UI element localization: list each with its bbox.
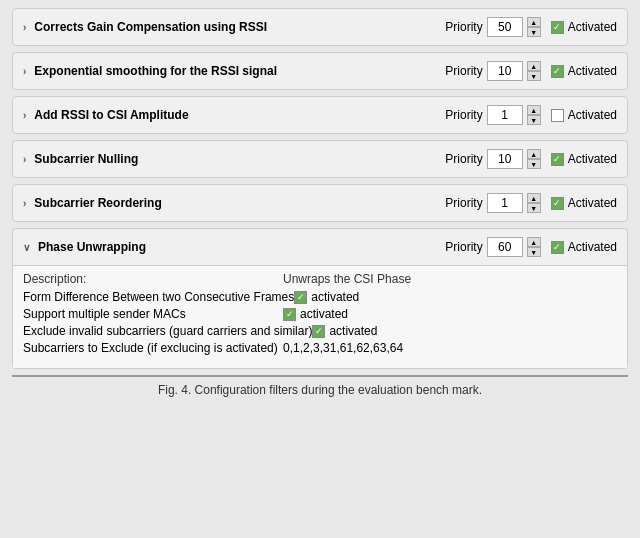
arrow-icon-3: › bbox=[23, 110, 26, 121]
desc-row: Description: Unwraps the CSI Phase bbox=[23, 272, 617, 286]
priority-input-2[interactable] bbox=[487, 61, 523, 81]
card-title-text-3: Add RSSI to CSI Amplitude bbox=[34, 108, 188, 122]
spinner-6: ▲ ▼ bbox=[527, 237, 541, 257]
activated-group-4: ✓ Activated bbox=[551, 152, 617, 166]
main-container: › Corrects Gain Compensation using RSSI … bbox=[0, 0, 640, 407]
priority-label-4: Priority bbox=[445, 152, 482, 166]
priority-input-1[interactable] bbox=[487, 17, 523, 37]
sub-item-2: Support multiple sender MACs ✓ activated bbox=[23, 307, 617, 321]
spinner-down-4[interactable]: ▼ bbox=[527, 159, 541, 169]
spinner-up-1[interactable]: ▲ bbox=[527, 17, 541, 27]
card-item-2: › Exponential smoothing for the RSSI sig… bbox=[12, 52, 628, 90]
figure-caption: Fig. 4. Configuration filters during the… bbox=[12, 375, 628, 399]
arrow-icon-4: › bbox=[23, 154, 26, 165]
activated-checkbox-6[interactable]: ✓ bbox=[551, 241, 564, 254]
desc-label: Description: bbox=[23, 272, 283, 286]
priority-label-2: Priority bbox=[445, 64, 482, 78]
activated-label-2: Activated bbox=[568, 64, 617, 78]
priority-input-4[interactable] bbox=[487, 149, 523, 169]
check-activated-3: ✓ activated bbox=[312, 324, 377, 338]
sub-item-3: Exclude invalid subcarriers (guard carri… bbox=[23, 324, 617, 338]
sub-item-label-3: Exclude invalid subcarriers (guard carri… bbox=[23, 324, 312, 338]
card-title-item-4[interactable]: › Subcarrier Nulling bbox=[23, 152, 445, 166]
spinner-down-6[interactable]: ▼ bbox=[527, 247, 541, 257]
check-activated-2: ✓ activated bbox=[283, 307, 348, 321]
sub-item-1: Form Difference Between two Consecutive … bbox=[23, 290, 617, 304]
sub-value-2: activated bbox=[300, 307, 348, 321]
spinner-up-5[interactable]: ▲ bbox=[527, 193, 541, 203]
spinner-down-2[interactable]: ▼ bbox=[527, 71, 541, 81]
arrow-icon-5: › bbox=[23, 198, 26, 209]
spinner-3: ▲ ▼ bbox=[527, 105, 541, 125]
priority-group-6: Priority ▲ ▼ bbox=[445, 237, 540, 257]
card-title-item-2[interactable]: › Exponential smoothing for the RSSI sig… bbox=[23, 64, 445, 78]
card-row-item-2: › Exponential smoothing for the RSSI sig… bbox=[13, 53, 627, 89]
card-item-5: › Subcarrier Reordering Priority ▲ ▼ ✓ A… bbox=[12, 184, 628, 222]
desc-value: Unwraps the CSI Phase bbox=[283, 272, 411, 286]
priority-label-3: Priority bbox=[445, 108, 482, 122]
sub-checkbox-1[interactable]: ✓ bbox=[294, 291, 307, 304]
activated-group-6: ✓ Activated bbox=[551, 240, 617, 254]
activated-checkbox-2[interactable]: ✓ bbox=[551, 65, 564, 78]
spinner-up-3[interactable]: ▲ bbox=[527, 105, 541, 115]
sub-checkbox-2[interactable]: ✓ bbox=[283, 308, 296, 321]
sub-checkbox-3[interactable]: ✓ bbox=[312, 325, 325, 338]
spinner-2: ▲ ▼ bbox=[527, 61, 541, 81]
spinner-1: ▲ ▼ bbox=[527, 17, 541, 37]
activated-label-3: Activated bbox=[568, 108, 617, 122]
expanded-body-6: Description: Unwraps the CSI Phase Form … bbox=[13, 265, 627, 368]
activated-checkbox-5[interactable]: ✓ bbox=[551, 197, 564, 210]
spinner-5: ▲ ▼ bbox=[527, 193, 541, 213]
arrow-icon-1: › bbox=[23, 22, 26, 33]
spinner-down-1[interactable]: ▼ bbox=[527, 27, 541, 37]
activated-group-3: Activated bbox=[551, 108, 617, 122]
spinner-up-4[interactable]: ▲ bbox=[527, 149, 541, 159]
card-title-text-2: Exponential smoothing for the RSSI signa… bbox=[34, 64, 277, 78]
sub-value-3: activated bbox=[329, 324, 377, 338]
card-row-item-5: › Subcarrier Reordering Priority ▲ ▼ ✓ A… bbox=[13, 185, 627, 221]
spinner-up-2[interactable]: ▲ bbox=[527, 61, 541, 71]
activated-group-1: ✓ Activated bbox=[551, 20, 617, 34]
activated-label-5: Activated bbox=[568, 196, 617, 210]
spinner-down-3[interactable]: ▼ bbox=[527, 115, 541, 125]
sub-value-4: 0,1,2,3,31,61,62,63,64 bbox=[283, 341, 403, 355]
priority-input-6[interactable] bbox=[487, 237, 523, 257]
card-item-6: ∨ Phase Unwrapping Priority ▲ ▼ ✓ Activa… bbox=[12, 228, 628, 369]
activated-checkbox-1[interactable]: ✓ bbox=[551, 21, 564, 34]
priority-group-3: Priority ▲ ▼ bbox=[445, 105, 540, 125]
priority-group-5: Priority ▲ ▼ bbox=[445, 193, 540, 213]
card-title-text-4: Subcarrier Nulling bbox=[34, 152, 138, 166]
card-item-3: › Add RSSI to CSI Amplitude Priority ▲ ▼… bbox=[12, 96, 628, 134]
priority-label-5: Priority bbox=[445, 196, 482, 210]
card-title-item-3[interactable]: › Add RSSI to CSI Amplitude bbox=[23, 108, 445, 122]
activated-checkbox-4[interactable]: ✓ bbox=[551, 153, 564, 166]
card-title-text-1: Corrects Gain Compensation using RSSI bbox=[34, 20, 267, 34]
card-title-item-5[interactable]: › Subcarrier Reordering bbox=[23, 196, 445, 210]
card-title-text-5: Subcarrier Reordering bbox=[34, 196, 161, 210]
card-item-1: › Corrects Gain Compensation using RSSI … bbox=[12, 8, 628, 46]
card-row-item-6: ∨ Phase Unwrapping Priority ▲ ▼ ✓ Activa… bbox=[13, 229, 627, 265]
activated-checkbox-3[interactable] bbox=[551, 109, 564, 122]
priority-label-1: Priority bbox=[445, 20, 482, 34]
activated-label-4: Activated bbox=[568, 152, 617, 166]
sub-item-label-1: Form Difference Between two Consecutive … bbox=[23, 290, 294, 304]
card-title-item-1[interactable]: › Corrects Gain Compensation using RSSI bbox=[23, 20, 445, 34]
priority-input-5[interactable] bbox=[487, 193, 523, 213]
spinner-down-5[interactable]: ▼ bbox=[527, 203, 541, 213]
priority-input-3[interactable] bbox=[487, 105, 523, 125]
card-row-item-1: › Corrects Gain Compensation using RSSI … bbox=[13, 9, 627, 45]
card-item-4: › Subcarrier Nulling Priority ▲ ▼ ✓ Acti… bbox=[12, 140, 628, 178]
check-activated-1: ✓ activated bbox=[294, 290, 359, 304]
card-title-item-6[interactable]: ∨ Phase Unwrapping bbox=[23, 240, 445, 254]
activated-label-6: Activated bbox=[568, 240, 617, 254]
activated-group-5: ✓ Activated bbox=[551, 196, 617, 210]
activated-label-1: Activated bbox=[568, 20, 617, 34]
spinner-up-6[interactable]: ▲ bbox=[527, 237, 541, 247]
priority-group-4: Priority ▲ ▼ bbox=[445, 149, 540, 169]
sub-item-label-4: Subcarriers to Exclude (if exclucing is … bbox=[23, 341, 283, 355]
check-activated-4: 0,1,2,3,31,61,62,63,64 bbox=[283, 341, 403, 355]
priority-group-2: Priority ▲ ▼ bbox=[445, 61, 540, 81]
card-title-text-6: Phase Unwrapping bbox=[38, 240, 146, 254]
sub-item-4: Subcarriers to Exclude (if exclucing is … bbox=[23, 341, 617, 355]
arrow-icon-2: › bbox=[23, 66, 26, 77]
